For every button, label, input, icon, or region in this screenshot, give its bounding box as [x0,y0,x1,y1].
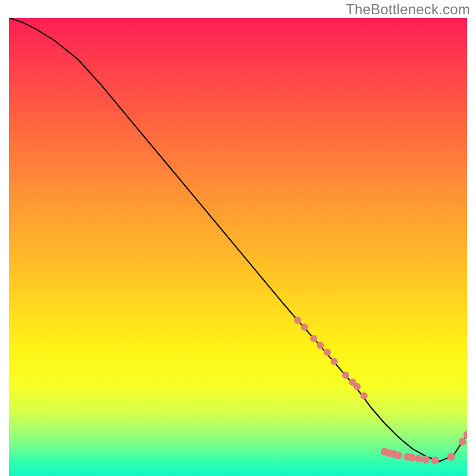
plot-border [9,18,467,476]
watermark-text: TheBottleneck.com [346,1,470,18]
chart-container: TheBottleneck.com [0,0,476,476]
